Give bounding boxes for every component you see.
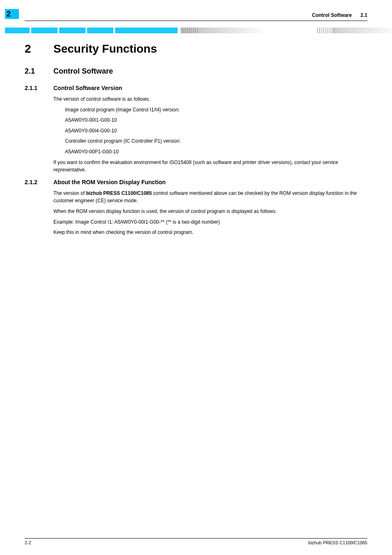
para: The version of control software is as fo… xyxy=(53,95,367,103)
body-2-1-1: The version of control software is as fo… xyxy=(53,95,367,174)
chapter-number: 2 xyxy=(25,42,53,56)
para: The version of bizhub PRESS C1100/C1085 … xyxy=(53,190,367,205)
body-2-1-2: The version of bizhub PRESS C1100/C1085 … xyxy=(53,190,367,236)
section-heading-2-1: 2.1 Control Software xyxy=(25,67,367,76)
decorative-bar-row xyxy=(25,28,367,33)
subsection-heading-2-1-2: 2.1.2 About the ROM Version Display Func… xyxy=(25,179,367,185)
para: A5AW0Y0-00I1-G00-10 xyxy=(65,116,367,124)
header-section-number: 2.1 xyxy=(360,12,367,18)
para: When the ROM version display function is… xyxy=(53,208,367,215)
product-name: bizhub PRESS C1100/C1085 xyxy=(86,190,152,196)
page: 2 Control Software 2.1 2 Security Functi… xyxy=(0,0,392,555)
subsection-heading-2-1-1: 2.1.1 Control Software Version xyxy=(25,85,367,91)
subsection-number-2: 2.1.2 xyxy=(25,179,53,185)
para: Image control program (Image Control I1/… xyxy=(65,106,367,114)
chapter-heading: 2 Security Functions xyxy=(25,42,367,56)
header-section-title: Control Software xyxy=(312,12,352,18)
footer-row: 2-2 bizhub PRESS C1100/C1085 xyxy=(25,540,367,545)
subsection-number-1: 2.1.1 xyxy=(25,85,53,91)
chapter-tab: 2 xyxy=(5,9,19,19)
header-title-group: Control Software 2.1 xyxy=(312,12,367,18)
bar-segment-right xyxy=(333,28,392,33)
para: A5AW0Y0-00P1-G00-10 xyxy=(65,148,367,156)
header-rule xyxy=(25,21,367,21)
para: Controller control program (IC Controlle… xyxy=(65,137,367,145)
chapter-title: Security Functions xyxy=(53,42,157,56)
header-row: Control Software 2.1 xyxy=(25,12,367,18)
chapter-tab-number: 2 xyxy=(7,10,11,18)
section-number: 2.1 xyxy=(25,67,53,76)
footer-product: bizhub PRESS C1100/C1085 xyxy=(308,540,367,545)
section-title: Control Software xyxy=(53,67,113,76)
bar-segment-mid xyxy=(181,28,263,33)
bar-stripes-right xyxy=(317,28,334,33)
text: The version of xyxy=(53,190,86,196)
para: Keep this in mind when checking the vers… xyxy=(53,229,367,236)
para: A5AW0Y0-00I4-G00-10 xyxy=(65,127,367,135)
para: Example: Image Control I1: A5AW0Y0-00I1-… xyxy=(53,218,367,226)
footer-page-number: 2-2 xyxy=(25,540,31,545)
bar-segment-color xyxy=(5,28,178,33)
subsection-title-2: About the ROM Version Display Function xyxy=(53,179,166,185)
footer: 2-2 bizhub PRESS C1100/C1085 xyxy=(25,538,367,545)
subsection-title-1: Control Software Version xyxy=(53,85,122,91)
para: If you want to confirm the evaluation en… xyxy=(53,159,367,174)
footer-rule xyxy=(25,538,367,539)
